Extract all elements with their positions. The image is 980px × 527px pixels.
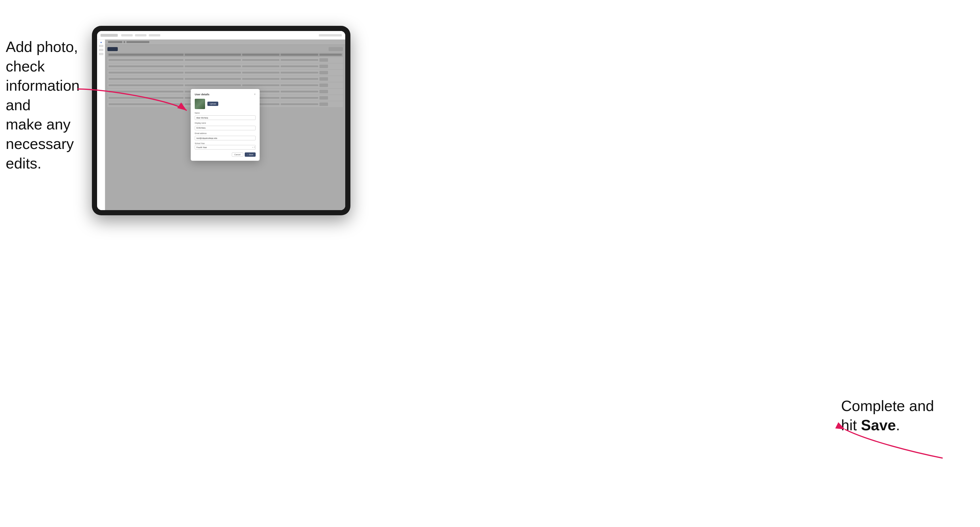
photo-upload-row: Upload: [195, 99, 256, 109]
school-year-down-arrow[interactable]: ▼: [254, 147, 255, 148]
name-label: Name: [195, 112, 256, 114]
user-details-modal: User details × Upload Name: [191, 89, 260, 161]
sidebar-dot[interactable]: [100, 42, 102, 43]
name-field-group: Name: [195, 112, 256, 120]
save-icon: ↑: [247, 154, 248, 156]
modal-close-button[interactable]: ×: [254, 93, 256, 96]
tablet-screen: User details × Upload Name: [97, 31, 345, 210]
header-right: [319, 34, 342, 37]
nav-item[interactable]: [121, 34, 133, 37]
save-button[interactable]: ↑ Save: [245, 152, 256, 157]
annotation-left-line4: necessary edits.: [6, 135, 74, 171]
name-input[interactable]: [195, 115, 256, 120]
app-logo: [100, 34, 118, 37]
nav-item[interactable]: [135, 34, 146, 37]
school-year-wrapper: Fourth Year × ▲ ▼: [195, 145, 256, 149]
modal-overlay: User details × Upload Name: [105, 40, 345, 210]
app-content: User details × Upload Name: [97, 40, 345, 210]
school-year-controls: × ▲ ▼: [252, 146, 255, 148]
school-year-display[interactable]: Fourth Year: [195, 145, 256, 149]
user-photo-thumbnail: [195, 99, 205, 109]
annotation-right-line1: Complete and: [841, 398, 934, 414]
tablet-frame: User details × Upload Name: [92, 26, 350, 215]
school-year-clear-button[interactable]: ×: [252, 146, 253, 148]
school-year-value: Fourth Year: [196, 146, 207, 148]
sidebar-dot[interactable]: [99, 45, 103, 47]
sidebar-dot[interactable]: [99, 49, 103, 51]
cancel-button[interactable]: Cancel: [232, 152, 243, 157]
save-label: Save: [249, 154, 253, 156]
school-year-arrows[interactable]: ▲ ▼: [254, 146, 255, 148]
arrow-left-indicator: [72, 83, 192, 118]
email-input[interactable]: [195, 136, 256, 140]
upload-photo-button[interactable]: Upload: [207, 102, 218, 106]
app-main: User details × Upload Name: [105, 40, 345, 210]
annotation-left-line3: make any: [6, 116, 70, 133]
email-label: Email address: [195, 132, 256, 134]
modal-footer: Cancel ↑ Save: [195, 152, 256, 157]
annotation-left-line1: Add photo, check: [6, 38, 78, 75]
school-year-label: School Year: [195, 142, 256, 144]
photo-image: [195, 99, 205, 109]
display-name-field-group: Display name: [195, 122, 256, 130]
app-nav: [121, 34, 160, 37]
modal-title: User details: [195, 93, 209, 96]
app-sidebar: [97, 40, 105, 210]
modal-header: User details ×: [195, 93, 256, 96]
email-field-group: Email address: [195, 132, 256, 141]
annotation-left-line2: information and: [6, 77, 80, 113]
display-name-input[interactable]: [195, 126, 256, 130]
app-header: [97, 31, 345, 40]
nav-item[interactable]: [149, 34, 160, 37]
arrow-right-indicator: [839, 424, 948, 464]
display-name-label: Display name: [195, 122, 256, 124]
school-year-field-group: School Year Fourth Year × ▲ ▼: [195, 142, 256, 149]
sidebar-dot[interactable]: [99, 53, 103, 55]
